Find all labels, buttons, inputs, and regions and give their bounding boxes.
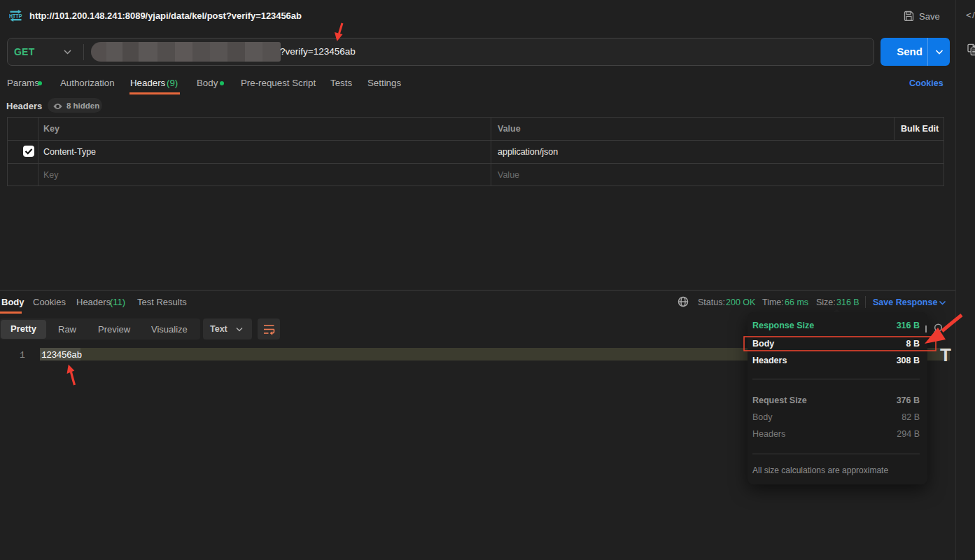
svg-text:HTTP: HTTP (9, 12, 22, 20)
